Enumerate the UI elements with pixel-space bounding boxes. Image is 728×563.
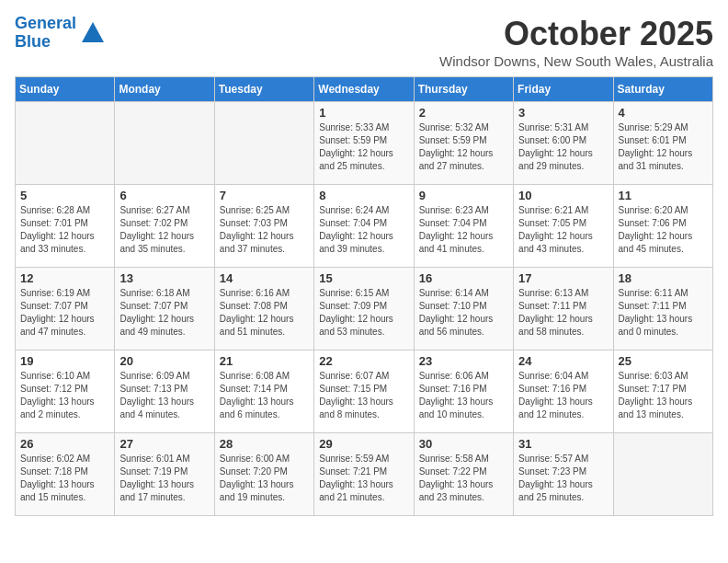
calendar-cell: 7Sunrise: 6:25 AM Sunset: 7:03 PM Daylig…: [214, 185, 313, 268]
calendar-cell: 31Sunrise: 5:57 AM Sunset: 7:23 PM Dayli…: [514, 433, 613, 516]
weekday-header: Thursday: [414, 77, 513, 102]
cell-info: Sunrise: 6:15 AM Sunset: 7:09 PM Dayligh…: [319, 287, 408, 339]
day-number: 26: [20, 437, 109, 451]
weekday-header: Tuesday: [214, 77, 313, 102]
calendar-cell: 15Sunrise: 6:15 AM Sunset: 7:09 PM Dayli…: [314, 268, 414, 350]
calendar-cell: 29Sunrise: 5:59 AM Sunset: 7:21 PM Dayli…: [314, 433, 414, 516]
calendar-cell: 14Sunrise: 6:16 AM Sunset: 7:08 PM Dayli…: [214, 268, 313, 350]
cell-info: Sunrise: 6:21 AM Sunset: 7:05 PM Dayligh…: [518, 204, 608, 256]
day-number: 1: [319, 106, 408, 120]
day-number: 12: [20, 271, 109, 285]
calendar-cell: 4Sunrise: 5:29 AM Sunset: 6:01 PM Daylig…: [613, 102, 712, 185]
svg-rect-1: [90, 33, 96, 42]
day-number: 6: [119, 189, 209, 202]
day-number: 23: [419, 354, 508, 368]
calendar-cell: 16Sunrise: 6:14 AM Sunset: 7:10 PM Dayli…: [414, 268, 513, 350]
day-number: 7: [220, 189, 309, 202]
cell-info: Sunrise: 6:00 AM Sunset: 7:20 PM Dayligh…: [220, 453, 309, 504]
calendar-header-row: SundayMondayTuesdayWednesdayThursdayFrid…: [16, 77, 713, 102]
calendar-week-row: 1Sunrise: 5:33 AM Sunset: 5:59 PM Daylig…: [16, 102, 713, 185]
weekday-header: Saturday: [613, 77, 712, 102]
page-header: GeneralBlue October 2025 Windsor Downs, …: [15, 15, 713, 69]
day-number: 30: [419, 437, 508, 451]
day-number: 15: [319, 271, 408, 285]
weekday-header: Sunday: [16, 77, 115, 102]
calendar-cell: 26Sunrise: 6:02 AM Sunset: 7:18 PM Dayli…: [16, 433, 115, 516]
calendar-cell: [214, 102, 313, 185]
cell-info: Sunrise: 6:19 AM Sunset: 7:07 PM Dayligh…: [20, 287, 109, 339]
day-number: 20: [119, 354, 209, 368]
cell-info: Sunrise: 5:59 AM Sunset: 7:21 PM Dayligh…: [319, 453, 408, 504]
calendar-cell: [613, 433, 712, 516]
cell-info: Sunrise: 6:25 AM Sunset: 7:03 PM Dayligh…: [220, 204, 309, 256]
day-number: 9: [419, 189, 508, 202]
calendar-cell: 9Sunrise: 6:23 AM Sunset: 7:04 PM Daylig…: [414, 185, 513, 268]
day-number: 4: [619, 106, 708, 120]
calendar-cell: 25Sunrise: 6:03 AM Sunset: 7:17 PM Dayli…: [613, 350, 712, 433]
day-number: 8: [319, 189, 408, 202]
cell-info: Sunrise: 6:01 AM Sunset: 7:19 PM Dayligh…: [119, 453, 209, 504]
day-number: 31: [518, 437, 608, 451]
day-number: 10: [518, 189, 608, 202]
calendar-cell: 11Sunrise: 6:20 AM Sunset: 7:06 PM Dayli…: [613, 185, 712, 268]
calendar-cell: [115, 102, 214, 185]
day-number: 17: [518, 271, 608, 285]
cell-info: Sunrise: 6:16 AM Sunset: 7:08 PM Dayligh…: [220, 287, 309, 339]
cell-info: Sunrise: 6:04 AM Sunset: 7:16 PM Dayligh…: [518, 370, 608, 421]
calendar-cell: 8Sunrise: 6:24 AM Sunset: 7:04 PM Daylig…: [314, 185, 414, 268]
cell-info: Sunrise: 6:23 AM Sunset: 7:04 PM Dayligh…: [419, 204, 508, 256]
day-number: 22: [319, 354, 408, 368]
cell-info: Sunrise: 6:08 AM Sunset: 7:14 PM Dayligh…: [220, 370, 309, 421]
calendar-cell: 13Sunrise: 6:18 AM Sunset: 7:07 PM Dayli…: [115, 268, 214, 350]
cell-info: Sunrise: 6:06 AM Sunset: 7:16 PM Dayligh…: [419, 370, 508, 421]
weekday-header: Wednesday: [314, 77, 414, 102]
calendar-cell: 5Sunrise: 6:28 AM Sunset: 7:01 PM Daylig…: [16, 185, 115, 268]
calendar-cell: 6Sunrise: 6:27 AM Sunset: 7:02 PM Daylig…: [115, 185, 214, 268]
day-number: 25: [619, 354, 708, 368]
day-number: 2: [419, 106, 508, 120]
cell-info: Sunrise: 6:28 AM Sunset: 7:01 PM Dayligh…: [20, 204, 109, 256]
cell-info: Sunrise: 5:58 AM Sunset: 7:22 PM Dayligh…: [419, 453, 508, 504]
calendar-cell: 2Sunrise: 5:32 AM Sunset: 5:59 PM Daylig…: [414, 102, 513, 185]
month-title: October 2025: [439, 15, 713, 53]
logo: GeneralBlue: [15, 15, 106, 52]
cell-info: Sunrise: 6:07 AM Sunset: 7:15 PM Dayligh…: [319, 370, 408, 421]
calendar-cell: 21Sunrise: 6:08 AM Sunset: 7:14 PM Dayli…: [214, 350, 313, 433]
calendar-cell: 24Sunrise: 6:04 AM Sunset: 7:16 PM Dayli…: [514, 350, 613, 433]
calendar-body: 1Sunrise: 5:33 AM Sunset: 5:59 PM Daylig…: [16, 102, 713, 516]
cell-info: Sunrise: 6:14 AM Sunset: 7:10 PM Dayligh…: [419, 287, 508, 339]
weekday-header: Monday: [115, 77, 214, 102]
calendar-cell: 30Sunrise: 5:58 AM Sunset: 7:22 PM Dayli…: [414, 433, 513, 516]
cell-info: Sunrise: 5:31 AM Sunset: 6:00 PM Dayligh…: [518, 121, 608, 173]
cell-info: Sunrise: 6:27 AM Sunset: 7:02 PM Dayligh…: [119, 204, 209, 256]
cell-info: Sunrise: 6:09 AM Sunset: 7:13 PM Dayligh…: [119, 370, 209, 421]
calendar-cell: 28Sunrise: 6:00 AM Sunset: 7:20 PM Dayli…: [214, 433, 313, 516]
weekday-header: Friday: [514, 77, 613, 102]
day-number: 3: [518, 106, 608, 120]
cell-info: Sunrise: 6:13 AM Sunset: 7:11 PM Dayligh…: [518, 287, 608, 339]
cell-info: Sunrise: 6:18 AM Sunset: 7:07 PM Dayligh…: [119, 287, 209, 339]
cell-info: Sunrise: 5:32 AM Sunset: 5:59 PM Dayligh…: [419, 121, 508, 173]
day-number: 5: [20, 189, 109, 202]
cell-info: Sunrise: 6:02 AM Sunset: 7:18 PM Dayligh…: [20, 453, 109, 504]
cell-info: Sunrise: 5:57 AM Sunset: 7:23 PM Dayligh…: [518, 453, 608, 504]
calendar-table: SundayMondayTuesdayWednesdayThursdayFrid…: [15, 76, 713, 516]
calendar-cell: 19Sunrise: 6:10 AM Sunset: 7:12 PM Dayli…: [16, 350, 115, 433]
day-number: 14: [220, 271, 309, 285]
cell-info: Sunrise: 5:29 AM Sunset: 6:01 PM Dayligh…: [619, 121, 708, 173]
day-number: 18: [619, 271, 708, 285]
day-number: 24: [518, 354, 608, 368]
day-number: 21: [220, 354, 309, 368]
calendar-cell: 22Sunrise: 6:07 AM Sunset: 7:15 PM Dayli…: [314, 350, 414, 433]
calendar-cell: 17Sunrise: 6:13 AM Sunset: 7:11 PM Dayli…: [514, 268, 613, 350]
calendar-cell: 1Sunrise: 5:33 AM Sunset: 5:59 PM Daylig…: [314, 102, 414, 185]
calendar-week-row: 26Sunrise: 6:02 AM Sunset: 7:18 PM Dayli…: [16, 433, 713, 516]
calendar-cell: 20Sunrise: 6:09 AM Sunset: 7:13 PM Dayli…: [115, 350, 214, 433]
day-number: 13: [119, 271, 209, 285]
calendar-week-row: 5Sunrise: 6:28 AM Sunset: 7:01 PM Daylig…: [16, 185, 713, 268]
calendar-cell: 10Sunrise: 6:21 AM Sunset: 7:05 PM Dayli…: [514, 185, 613, 268]
day-number: 28: [220, 437, 309, 451]
title-block: October 2025 Windsor Downs, New South Wa…: [439, 15, 713, 69]
logo-icon: [80, 20, 106, 46]
logo-text: GeneralBlue: [15, 15, 76, 52]
